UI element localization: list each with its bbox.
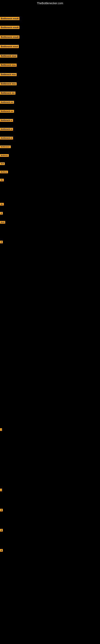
bottleneck-label-37: | xyxy=(0,489,2,491)
bottleneck-label-12: Bottleneck re xyxy=(0,119,13,122)
bottleneck-label-23: Bottl xyxy=(0,221,5,224)
bottleneck-label-16: Bottlenec xyxy=(0,154,9,157)
bottleneck-label-6: Bottleneck resu xyxy=(0,64,17,66)
bottleneck-label-8: Bottleneck resu xyxy=(0,82,17,85)
bottleneck-label-14: Bottleneck re xyxy=(0,137,13,140)
bottleneck-label-13: Bottleneck re xyxy=(0,128,13,130)
bottleneck-label-4: Bottleneck resul xyxy=(0,45,19,48)
bottleneck-label-21: Bo xyxy=(0,203,4,206)
bottleneck-label-34: | xyxy=(0,428,2,431)
bottleneck-label-40: B xyxy=(0,549,3,552)
bottleneck-label-5: Bottleneck resul xyxy=(0,54,17,58)
bottleneck-label-1: Bottleneck result xyxy=(0,17,19,20)
bottleneck-label-7: Bottleneck resu xyxy=(0,73,17,76)
bottleneck-label-3: Bottleneck result xyxy=(0,36,19,39)
bottleneck-label-18: Bottlene xyxy=(0,171,8,173)
bottleneck-label-17: Bott xyxy=(0,162,5,165)
bottleneck-label-38: B xyxy=(0,509,3,512)
site-title: TheBottlenecker.com xyxy=(0,0,100,6)
bottleneck-label-11: Bottleneck res xyxy=(0,110,14,113)
bottleneck-label-15: Bottleneck r xyxy=(0,146,11,148)
bottleneck-label-9: Bottleneck res xyxy=(0,92,15,94)
bottleneck-label-39: B xyxy=(0,529,3,532)
bottleneck-label-22: B xyxy=(0,212,3,214)
bottleneck-label-19: Bo xyxy=(0,179,4,181)
bottleneck-label-2: Bottleneck result xyxy=(0,26,19,29)
bottleneck-label-25: B xyxy=(0,241,3,243)
bottleneck-label-10: Bottleneck res xyxy=(0,101,14,104)
